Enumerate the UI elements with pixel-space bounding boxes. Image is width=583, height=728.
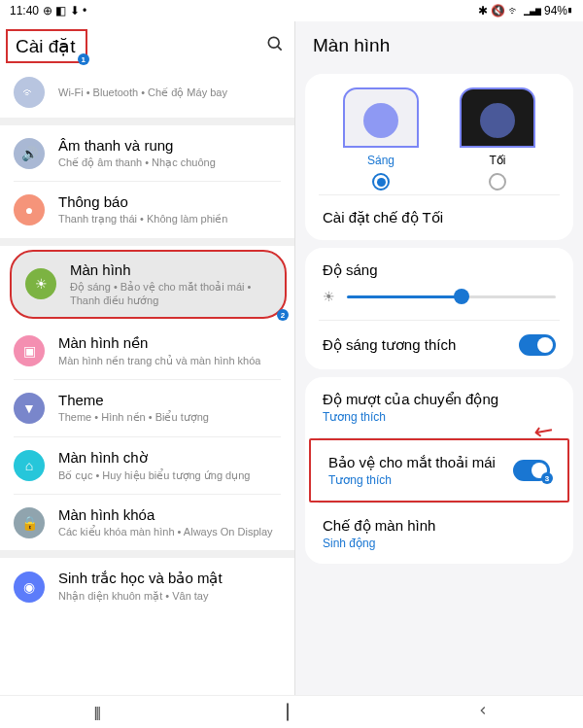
wifi-icon: ᯤ	[14, 77, 45, 108]
settings-item-notifications[interactable]: ● Thông báo Thanh trạng thái • Không làm…	[0, 182, 294, 237]
status-right-icons: ✱ 🔇 ᯤ ▁▃▅ 94%▮	[478, 4, 573, 17]
item-sub: Nhận diện khuôn mặt • Vân tay	[58, 589, 223, 603]
item-title: Sinh trắc học và bảo mật	[58, 570, 223, 587]
item-title: Màn hình	[70, 261, 271, 278]
theme-label: Sáng	[367, 154, 394, 167]
navigation-bar: |||	[0, 695, 583, 728]
theme-option-light[interactable]: Sáng	[343, 87, 419, 191]
sound-icon: 🔊	[14, 138, 45, 169]
radio-dark[interactable]	[489, 173, 506, 191]
theme-option-dark[interactable]: Tối	[460, 87, 535, 191]
light-preview	[343, 87, 419, 148]
dark-preview	[460, 87, 535, 148]
item-title: Màn hình khóa	[58, 506, 273, 523]
item-title: Màn hình nền	[58, 334, 260, 352]
dark-mode-settings-row[interactable]: Cài đặt chế độ Tối	[305, 195, 573, 240]
settings-list-panel: Cài đặt 1 ᯤ Wi-Fi • Bluetooth • Chế độ M…	[0, 21, 295, 695]
panel-title: Màn hình	[295, 21, 583, 66]
advanced-display-card: Độ mượt của chuyển động Tương thích ↙ Bả…	[305, 377, 573, 564]
radio-light[interactable]	[372, 173, 390, 191]
settings-item-wallpaper[interactable]: ▣ Màn hình nền Màn hình nền trang chủ và…	[0, 323, 294, 379]
item-sub: Màn hình nền trang chủ và màn hình khóa	[58, 354, 260, 367]
item-sub: Theme • Hình nền • Biểu tượng	[58, 410, 209, 424]
item-sub: Độ sáng • Bảo vệ cho mắt thoải mái • Tha…	[70, 280, 271, 308]
nav-home-button[interactable]	[287, 704, 289, 720]
adaptive-brightness-row[interactable]: Độ sáng tương thích	[305, 321, 573, 369]
brightness-icon: ☀	[25, 268, 56, 299]
brightness-card: Độ sáng ☀ Độ sáng tương thích	[305, 248, 573, 369]
annotation-badge-3: 3	[541, 472, 553, 484]
eye-comfort-highlight: ↙ Bảo vệ cho mắt thoải mái Tương thích 3	[309, 438, 569, 503]
item-title: Thông báo	[58, 193, 227, 210]
eye-comfort-row[interactable]: Bảo vệ cho mắt thoải mái Tương thích 3	[311, 440, 567, 501]
page-title: Cài đặt 1	[6, 29, 87, 63]
settings-item-home[interactable]: ⌂ Màn hình chờ Bố cục • Huy hiệu biểu tư…	[0, 437, 294, 494]
nav-back-button[interactable]	[476, 704, 490, 720]
nav-recent-button[interactable]: |||	[93, 704, 99, 720]
display-settings-panel: Màn hình Sáng Tối Cài đặt chế độ Tối	[295, 21, 583, 695]
svg-point-0	[268, 37, 279, 48]
svg-line-1	[278, 47, 282, 51]
settings-item-lockscreen[interactable]: 🔒 Màn hình khóa Các kiểu khóa màn hình •…	[0, 495, 294, 550]
adaptive-brightness-toggle[interactable]	[519, 334, 556, 356]
status-bar: 11:40 ⊕ ◧ ⬇ • ✱ 🔇 ᯤ ▁▃▅ 94%▮	[0, 0, 583, 21]
theme-card: Sáng Tối Cài đặt chế độ Tối	[305, 74, 573, 240]
settings-item-connections[interactable]: ᯤ Wi-Fi • Bluetooth • Chế độ Máy bay	[0, 71, 294, 118]
motion-smoothness-row[interactable]: Độ mượt của chuyển động Tương thích	[305, 377, 573, 437]
item-sub: Chế độ âm thanh • Nhạc chuông	[58, 156, 216, 169]
shield-icon: ◉	[14, 572, 45, 603]
screen-mode-row[interactable]: Chế độ màn hình Sinh động	[305, 503, 573, 564]
settings-item-sound[interactable]: 🔊 Âm thanh và rung Chế độ âm thanh • Nhạ…	[0, 125, 294, 181]
item-sub: Các kiểu khóa màn hình • Always On Displ…	[58, 525, 273, 538]
brightness-label: Độ sáng	[323, 261, 378, 279]
settings-item-biometrics[interactable]: ◉ Sinh trắc học và bảo mật Nhận diện khu…	[0, 558, 294, 614]
item-sub: Bố cục • Huy hiệu biểu tượng ứng dụng	[58, 468, 250, 482]
item-title: Theme	[58, 392, 209, 408]
lock-icon: 🔒	[14, 507, 45, 538]
status-time: 11:40	[10, 4, 39, 17]
search-icon[interactable]	[265, 34, 285, 58]
theme-label: Tối	[490, 154, 506, 167]
theme-icon: ▼	[14, 393, 45, 424]
annotation-badge-2: 2	[277, 309, 289, 321]
item-sub: Wi-Fi • Bluetooth • Chế độ Máy bay	[58, 86, 227, 99]
status-indicators: ⊕ ◧ ⬇ •	[43, 4, 86, 17]
brightness-slider[interactable]	[347, 295, 556, 298]
item-sub: Thanh trạng thái • Không làm phiền	[58, 212, 227, 225]
settings-item-display[interactable]: ☀ Màn hình Độ sáng • Bảo vệ cho mắt thoả…	[10, 250, 287, 320]
image-icon: ▣	[14, 335, 45, 366]
annotation-badge-1: 1	[78, 53, 89, 65]
item-title: Âm thanh và rung	[58, 137, 216, 154]
settings-item-theme[interactable]: ▼ Theme Theme • Hình nền • Biểu tượng	[0, 380, 294, 435]
item-title: Màn hình chờ	[58, 449, 250, 467]
sun-icon: ☀	[323, 289, 335, 304]
bell-icon: ●	[14, 194, 45, 225]
home-icon: ⌂	[14, 450, 45, 481]
